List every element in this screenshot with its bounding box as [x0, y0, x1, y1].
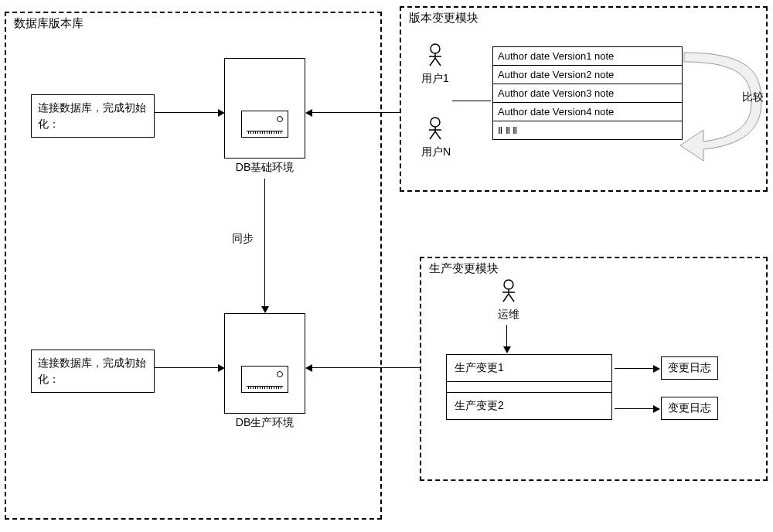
log-box-2: 变更日志	[661, 397, 718, 420]
arrowhead-prod1-log	[653, 365, 660, 373]
arrow-init-to-server-top	[155, 112, 218, 113]
arrow-version-to-server	[312, 112, 400, 113]
init-box-bottom: 连接数据库，完成初始化：	[31, 350, 155, 393]
version-change-title: 版本变更模块	[409, 11, 478, 26]
arrowhead-version	[305, 109, 312, 117]
prod-change-title: 生产变更模块	[429, 261, 499, 276]
user-icon	[498, 278, 519, 306]
arrow-sync	[264, 179, 265, 306]
user-n: 用户N	[421, 116, 449, 159]
arrow-prod1-log	[615, 368, 653, 369]
version-row: Author date Version3 note	[493, 84, 683, 103]
user-ops: 运维	[495, 278, 523, 322]
user-icon	[424, 116, 446, 144]
user-1-label: 用户1	[421, 72, 449, 86]
arrowhead-sync	[261, 306, 269, 313]
arrowhead-init-top	[218, 109, 225, 117]
db-repo-title: 数据库版本库	[14, 16, 83, 31]
log-box-1: 变更日志	[661, 356, 718, 380]
prod-change-row: 生产变更2	[447, 393, 612, 420]
arrowhead-init-bottom	[218, 364, 225, 372]
arrow-ops-to-prodtable	[506, 325, 507, 348]
version-row: Ⅱ Ⅱ Ⅱ	[493, 121, 683, 140]
svg-point-1	[431, 118, 440, 127]
version-table: Author date Version1 note Author date Ve…	[492, 46, 683, 140]
version-row: Author date Version1 note	[493, 47, 683, 66]
init-box-top: 连接数据库，完成初始化：	[31, 94, 155, 138]
arrow-init-to-server-bottom	[155, 367, 218, 368]
server-base-label: DB基础环境	[236, 161, 294, 175]
svg-point-2	[504, 280, 513, 289]
server-base: DB基础环境	[224, 58, 305, 159]
sync-label: 同步	[232, 232, 254, 246]
user-1: 用户1	[421, 43, 449, 86]
arrow-prod2-log	[615, 408, 653, 409]
svg-point-0	[431, 44, 440, 53]
version-row: Author date Version4 note	[493, 103, 683, 121]
server-prod-label: DB生产环境	[236, 416, 294, 430]
line-users-to-table	[452, 101, 491, 101]
arrowhead-prod	[305, 364, 312, 372]
arrowhead-prod2-log	[653, 405, 660, 413]
arrow-prod-to-server	[312, 367, 420, 368]
version-row: Author date Version2 note	[493, 66, 683, 84]
compare-arrow-icon	[680, 45, 769, 167]
prod-change-table: 生产变更1 生产变更2	[446, 354, 612, 420]
user-icon	[424, 43, 446, 70]
table-spacer	[447, 382, 612, 393]
compare-label: 比较	[742, 90, 764, 104]
user-ops-label: 运维	[495, 308, 523, 322]
server-prod: DB生产环境	[224, 313, 305, 414]
arrowhead-ops	[503, 346, 511, 353]
db-repo-region: 数据库版本库	[5, 12, 382, 520]
prod-change-row: 生产变更1	[447, 355, 612, 382]
user-n-label: 用户N	[421, 145, 449, 159]
